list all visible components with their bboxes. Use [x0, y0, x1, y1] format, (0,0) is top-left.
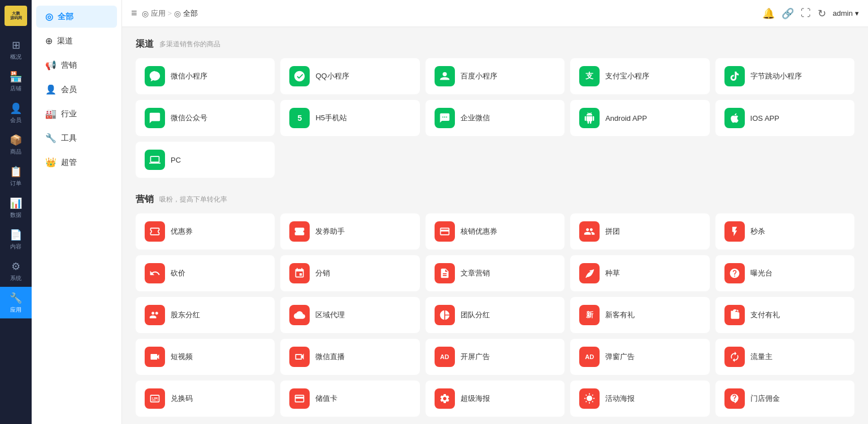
app-exposure[interactable]: 曝光台 [715, 255, 854, 291]
main-area: ≡ ◎ 应用 > ◎ 全部 🔔 🔗 ⛶ ↻ admin ▾ 渠道 多渠道销售你的… [122, 0, 868, 424]
channel-title: 渠道 [136, 38, 154, 50]
app-group-buy[interactable]: 拼团 [570, 213, 709, 250]
app-traffic-host[interactable]: 流量主 [715, 339, 854, 375]
app-baidu-mini[interactable]: 百度小程序 [426, 58, 565, 94]
channel-icon: ⊕ [45, 36, 53, 46]
popup-ad-label: 弹窗广告 [605, 352, 635, 362]
share-icon[interactable]: 🔗 [782, 7, 794, 20]
app-regional-agent[interactable]: 区域代理 [280, 297, 419, 333]
fullscreen-icon[interactable]: ⛶ [801, 7, 811, 19]
app-bargain[interactable]: 砍价 [136, 255, 275, 291]
sidebar-item-overview[interactable]: ⊞ 概况 [0, 34, 32, 65]
sidebar-item-system[interactable]: ⚙ 系统 [0, 255, 32, 287]
short-video-icon [145, 347, 165, 367]
channel-subtitle: 多渠道销售你的商品 [159, 40, 220, 49]
admin-menu[interactable]: admin ▾ [833, 9, 859, 18]
sidebar2-item-marketing[interactable]: 📢 营销 [36, 54, 117, 76]
popup-ad-icon: AD [579, 347, 600, 367]
app-open-screen-ad[interactable]: AD 开屏广告 [426, 339, 565, 375]
sidebar2-item-industry[interactable]: 🏭 行业 [36, 103, 117, 125]
traffic-host-label: 流量主 [750, 352, 772, 362]
app-wechat-mp[interactable]: 微信公众号 [136, 100, 275, 136]
ios-icon [724, 108, 745, 128]
coupon-label: 优惠券 [171, 226, 193, 237]
app-super-poster[interactable]: 超级海报 [426, 381, 565, 417]
coupon-assist-icon [289, 221, 310, 242]
app-alipay-mini[interactable]: 支 支付宝小程序 [570, 58, 709, 94]
content-area: 渠道 多渠道销售你的商品 微信小程序 QQ小程序 [122, 27, 868, 424]
app-article-marketing[interactable]: 文章营销 [426, 255, 565, 291]
breadcrumb-app[interactable]: 应用 [151, 8, 166, 19]
marketing-subtitle: 吸粉，提高下单转化率 [159, 195, 227, 204]
exposure-label: 曝光台 [750, 268, 772, 278]
sidebar-item-goods[interactable]: 📦 商品 [0, 129, 32, 160]
app-wechat-live[interactable]: 微信直播 [280, 339, 419, 375]
app-qq-mini[interactable]: QQ小程序 [280, 58, 419, 94]
stock-dividend-label: 股东分红 [171, 310, 200, 320]
sidebar2-label-channel: 渠道 [57, 36, 73, 46]
menu-toggle-icon[interactable]: ≡ [131, 7, 137, 19]
app-h5[interactable]: 5 H5手机站 [280, 100, 419, 136]
pay-gift-label: 支付有礼 [750, 310, 780, 320]
app-shop-commission[interactable]: 门店佣金 [715, 381, 854, 417]
breadcrumb-current: 全部 [183, 8, 198, 19]
alipay-mini-label: 支付宝小程序 [605, 71, 649, 81]
app-verify-coupon[interactable]: 核销优惠券 [426, 213, 565, 250]
sidebar2-item-all[interactable]: ◎ 全部 [36, 6, 117, 28]
savings-card-icon [289, 388, 310, 409]
all-icon: ◎ [45, 11, 53, 22]
app-savings-card[interactable]: 储值卡 [280, 381, 419, 417]
sidebar-item-data[interactable]: 📊 数据 [0, 192, 32, 224]
marketing-grid: 优惠券 发券助手 核销优惠券 [136, 213, 854, 417]
app-pay-gift[interactable]: 支付有礼 [715, 297, 854, 333]
app-pc[interactable]: PC [136, 142, 275, 178]
app-short-video[interactable]: 短视频 [136, 339, 275, 375]
team-dividend-label: 团队分红 [461, 310, 490, 320]
sidebar-item-member[interactable]: 👤 会员 [0, 97, 32, 129]
wechat-live-label: 微信直播 [315, 352, 345, 362]
traffic-host-icon [724, 347, 745, 367]
data-icon: 📊 [10, 197, 22, 209]
refresh-icon[interactable]: ↻ [818, 7, 826, 20]
sidebar2-item-admin[interactable]: 👑 超管 [36, 151, 117, 173]
sidebar2-item-tools[interactable]: 🔧 工具 [36, 127, 117, 149]
bargain-icon [145, 263, 165, 283]
activity-poster-icon [579, 388, 600, 409]
sidebar2-item-vip[interactable]: 👤 会员 [36, 78, 117, 100]
baidu-mini-icon [435, 66, 455, 86]
app-distribution[interactable]: 分销 [280, 255, 419, 291]
sidebar-item-order[interactable]: 📋 订单 [0, 160, 32, 192]
app-coupon[interactable]: 优惠券 [136, 213, 275, 250]
app-team-dividend[interactable]: 团队分红 [426, 297, 565, 333]
member-icon: 👤 [10, 102, 22, 115]
exchange-code-icon [145, 388, 165, 409]
channel-grid: 微信小程序 QQ小程序 百度小程序 支 支付宝小程序 [136, 58, 854, 178]
app-tiktok-mini[interactable]: 字节跳动小程序 [715, 58, 854, 94]
seed-label: 种草 [605, 268, 620, 278]
app-seed[interactable]: 种草 [570, 255, 709, 291]
pc-icon [145, 150, 165, 170]
app-enterprise-wechat[interactable]: 企业微信 [426, 100, 565, 136]
app-exchange-code[interactable]: 兑换码 [136, 381, 275, 417]
sidebar-item-app[interactable]: 🔧 应用 [0, 287, 32, 318]
distribution-icon [289, 263, 310, 283]
app-new-customer[interactable]: 新 新客有礼 [570, 297, 709, 333]
sidebar2-item-channel[interactable]: ⊕ 渠道 [36, 30, 117, 52]
flash-sale-label: 秒杀 [750, 226, 765, 237]
app-popup-ad[interactable]: AD 弹窗广告 [570, 339, 709, 375]
app-wechat-mini[interactable]: 微信小程序 [136, 58, 275, 94]
wechat-mp-icon [145, 108, 165, 128]
breadcrumb-app-icon: ◎ [142, 9, 149, 18]
app-activity-poster[interactable]: 活动海报 [570, 381, 709, 417]
app-coupon-assist[interactable]: 发券助手 [280, 213, 419, 250]
sidebar-item-store[interactable]: 🏪 店铺 [0, 65, 32, 97]
sidebar2-label-industry: 行业 [61, 109, 77, 119]
sidebar-item-content[interactable]: 📄 内容 [0, 224, 32, 255]
app-stock-dividend[interactable]: 股东分红 [136, 297, 275, 333]
notification-icon[interactable]: 🔔 [762, 7, 775, 20]
overview-icon: ⊞ [12, 39, 20, 51]
breadcrumb-all-icon: ◎ [174, 9, 181, 18]
app-android[interactable]: Android APP [570, 100, 709, 136]
app-flash-sale[interactable]: 秒杀 [715, 213, 854, 250]
app-ios[interactable]: IOS APP [715, 100, 854, 136]
